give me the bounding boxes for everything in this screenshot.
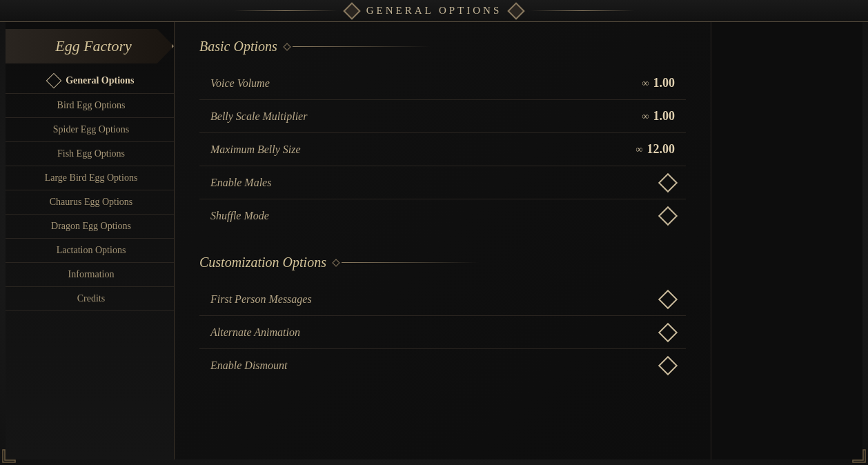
page-header: GENERAL OPTIONS	[0, 0, 868, 22]
header-diamond-left	[343, 2, 360, 19]
page-title: GENERAL OPTIONS	[366, 5, 502, 17]
sidebar: Egg Factory General Options Bird Egg Opt…	[6, 22, 175, 459]
enable-males-label: Enable Males	[210, 177, 271, 189]
sidebar-nav: General Options Bird Egg Options Spider …	[6, 69, 174, 311]
header-diamond-right	[508, 2, 525, 19]
sidebar-item-large-bird-egg-options[interactable]: Large Bird Egg Options	[6, 166, 174, 190]
first-person-messages-toggle[interactable]	[661, 293, 675, 306]
sidebar-item-bird-egg-options[interactable]: Bird Egg Options	[6, 94, 174, 118]
shuffle-mode-label: Shuffle Mode	[210, 210, 269, 222]
right-panel	[711, 22, 862, 459]
header-line-right	[531, 10, 634, 11]
sidebar-item-general-options[interactable]: General Options	[6, 69, 174, 94]
sidebar-item-label: Bird Egg Options	[57, 100, 126, 110]
section-line	[293, 46, 431, 47]
section-line	[342, 262, 480, 263]
toggle-diamond-icon[interactable]	[658, 206, 678, 226]
sidebar-item-dragon-egg-options[interactable]: Dragon Egg Options	[6, 215, 174, 239]
customization-options-title: Customization Options	[199, 255, 326, 270]
sidebar-item-label: Information	[68, 269, 115, 279]
sidebar-item-credits[interactable]: Credits	[6, 287, 174, 311]
belly-scale-value[interactable]: ∞ 1.00	[642, 109, 675, 123]
enable-dismount-row: Enable Dismount	[199, 349, 686, 382]
belly-scale-row: Belly Scale Multiplier ∞ 1.00	[199, 100, 686, 133]
alternate-animation-row: Alternate Animation	[199, 316, 686, 349]
max-belly-size-row: Maximum Belly Size ∞ 12.00	[199, 133, 686, 166]
sidebar-item-lactation-options[interactable]: Lactation Options	[6, 239, 174, 263]
sidebar-item-label: Chaurus Egg Options	[50, 197, 133, 207]
max-belly-size-number: 12.00	[647, 142, 675, 157]
content-area: Basic Options Voice Volume ∞ 1.00 Belly …	[175, 22, 711, 459]
sidebar-item-fish-egg-options[interactable]: Fish Egg Options	[6, 142, 174, 166]
sidebar-item-label: Fish Egg Options	[57, 148, 125, 159]
max-belly-size-label: Maximum Belly Size	[210, 144, 301, 156]
main-layout: Egg Factory General Options Bird Egg Opt…	[6, 22, 862, 459]
infinity-icon: ∞	[642, 111, 649, 122]
infinity-icon: ∞	[636, 144, 643, 155]
shuffle-mode-row: Shuffle Mode	[199, 199, 686, 232]
customization-options-section: Customization Options First Person Messa…	[199, 255, 686, 382]
toggle-diamond-icon[interactable]	[658, 322, 678, 342]
belly-scale-label: Belly Scale Multiplier	[210, 110, 307, 123]
sidebar-item-label: Large Bird Egg Options	[45, 172, 138, 183]
toggle-diamond-icon[interactable]	[658, 289, 678, 308]
sidebar-item-label: Credits	[77, 293, 105, 304]
basic-options-ornament	[284, 44, 431, 50]
sidebar-item-label: Lactation Options	[57, 245, 126, 255]
header-line-left	[234, 10, 337, 11]
enable-dismount-toggle[interactable]	[661, 359, 675, 373]
section-diamond-icon	[332, 259, 339, 266]
first-person-messages-label: First Person Messages	[210, 293, 312, 306]
basic-options-section: Basic Options Voice Volume ∞ 1.00 Belly …	[199, 39, 686, 232]
sidebar-title: Egg Factory	[6, 29, 174, 63]
sidebar-item-label: General Options	[66, 75, 134, 86]
alternate-animation-label: Alternate Animation	[210, 326, 300, 339]
header-ornament: GENERAL OPTIONS	[234, 5, 635, 17]
enable-males-toggle[interactable]	[661, 176, 675, 190]
customization-options-ornament	[333, 260, 480, 266]
infinity-icon: ∞	[642, 78, 649, 89]
sidebar-item-information[interactable]: Information	[6, 263, 174, 287]
sidebar-title-wrapper: Egg Factory	[6, 29, 174, 63]
basic-options-header: Basic Options	[199, 39, 686, 55]
voice-volume-number: 1.00	[653, 76, 675, 90]
toggle-diamond-icon[interactable]	[658, 172, 678, 192]
max-belly-size-value[interactable]: ∞ 12.00	[636, 142, 675, 157]
basic-options-title: Basic Options	[199, 39, 277, 55]
alternate-animation-toggle[interactable]	[661, 326, 675, 339]
sidebar-item-spider-egg-options[interactable]: Spider Egg Options	[6, 118, 174, 142]
section-diamond-icon	[283, 43, 290, 50]
voice-volume-label: Voice Volume	[210, 77, 270, 90]
sidebar-item-label: Spider Egg Options	[53, 124, 129, 135]
customization-options-header: Customization Options	[199, 255, 686, 270]
sidebar-item-chaurus-egg-options[interactable]: Chaurus Egg Options	[6, 190, 174, 215]
first-person-messages-row: First Person Messages	[199, 283, 686, 316]
voice-volume-value[interactable]: ∞ 1.00	[642, 76, 675, 90]
enable-males-row: Enable Males	[199, 166, 686, 199]
sidebar-item-label: Dragon Egg Options	[51, 221, 131, 231]
voice-volume-row: Voice Volume ∞ 1.00	[199, 67, 686, 100]
belly-scale-number: 1.00	[653, 109, 675, 123]
enable-dismount-label: Enable Dismount	[210, 359, 288, 372]
toggle-diamond-icon[interactable]	[658, 356, 678, 375]
shuffle-mode-toggle[interactable]	[661, 209, 675, 223]
